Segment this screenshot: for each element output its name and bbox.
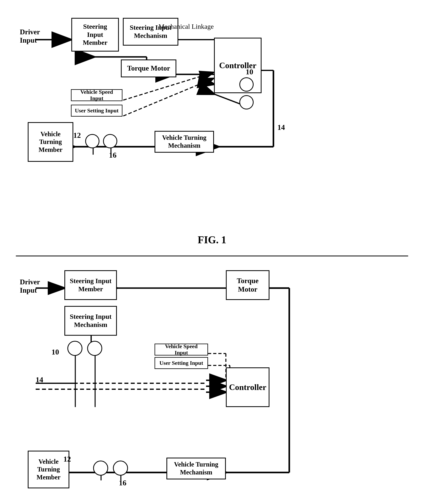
fig2-num-12: 12: [63, 455, 71, 463]
fig2-driver-input-label: Driver Input: [20, 278, 40, 294]
fig1-num-14: 14: [277, 123, 285, 132]
fig2-torque-motor-box: Torque Motor: [226, 270, 269, 300]
fig1-sensor-circle-3: [85, 134, 100, 148]
fig1-vehicle-turning-mechanism-box: Vehicle Turning Mechanism: [155, 131, 214, 153]
fig2-sensor-circle-1: [67, 341, 82, 356]
fig1-vehicle-speed-input-box: Vehicle Speed Input: [71, 89, 122, 101]
section-divider: [16, 255, 408, 256]
fig2-vehicle-speed-input-box: Vehicle Speed Input: [155, 344, 208, 356]
fig2-user-setting-input-box: User Setting Input: [155, 357, 208, 369]
fig1-controller-box: Controller: [214, 38, 262, 93]
fig2-steering-input-member-box: Steering Input Member: [64, 270, 117, 300]
fig1-steering-input-member-box: Steering Input Member: [71, 18, 119, 51]
fig1-vehicle-turning-member-box: Vehicle Turning Member: [28, 122, 73, 162]
fig1-label: FIG. 1: [16, 234, 408, 246]
fig2-num-14: 14: [36, 375, 43, 384]
fig1-num-16: 16: [109, 151, 117, 159]
fig1-torque-motor-box: Torque Motor: [121, 59, 176, 77]
fig1-driver-input-label: Driver Input: [20, 28, 40, 45]
fig2-controller-box: Controller: [226, 367, 269, 407]
fig2-sensor-circle-2: [87, 341, 102, 356]
fig1-num-10: 10: [246, 67, 253, 76]
fig2-diagram: Steering Input Member Steering Input Mec…: [16, 264, 408, 504]
fig1-sensor-circle-4: [103, 134, 117, 148]
fig1-user-setting-input-box: User Setting Input: [71, 105, 122, 117]
fig2-num-10: 10: [51, 348, 59, 356]
svg-line-19: [123, 78, 214, 116]
page: Steering Input Member Steering Input Mec…: [0, 0, 424, 504]
fig1-num-12: 12: [73, 131, 81, 140]
fig1-sensor-circle-2: [239, 95, 254, 109]
fig2-num-16: 16: [119, 478, 126, 487]
fig1-diagram: Steering Input Member Steering Input Mec…: [16, 12, 408, 230]
fig2-vehicle-turning-mechanism-box: Vehicle Turning Mechanism: [166, 458, 226, 479]
fig2-steering-input-mechanism-box: Steering Input Mechanism: [64, 306, 117, 336]
fig1-sensor-circle-1: [239, 77, 254, 92]
fig1-steering-input-mechanism-box: Steering Input Mechanism: [123, 18, 178, 46]
fig2-sensor-circle-3: [93, 461, 108, 476]
fig2-vehicle-turning-member-box: Vehicle Turning Member: [28, 451, 69, 488]
fig2-sensor-circle-4: [113, 461, 128, 476]
fig1-mechanical-linkage-label: Mechanical Linkage: [158, 23, 214, 30]
